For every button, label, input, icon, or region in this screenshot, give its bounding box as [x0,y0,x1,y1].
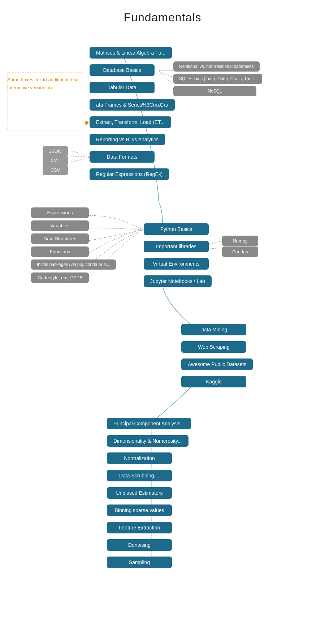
node-tabular-data[interactable]: Tabular Data [90,82,155,93]
node-regex[interactable]: Regular Expressions (RegEx) [90,168,169,180]
node-variables[interactable]: Variables [31,220,89,231]
node-denoising[interactable]: Denoising [107,539,172,551]
node-json[interactable]: JSON [43,146,68,156]
node-awesome-datasets[interactable]: Awesome Public Datasets [181,359,253,370]
node-virtual-env[interactable]: Virtual Environments [144,258,209,270]
node-install-packages[interactable]: Install packages (via pip, conda or si..… [31,259,116,270]
sidebar-note: Some boxes link to additional reso... In… [7,76,83,92]
node-data-mining[interactable]: Data Mining [181,324,246,335]
node-pandas[interactable]: Pandas [222,246,258,257]
node-codestyle[interactable]: Codestyle, e.g. PEP8 [31,272,89,283]
node-dataframes[interactable]: ata Frames & Series%3CmxGra [90,99,175,111]
page-title: Fundamentals [0,0,325,31]
node-unbiased[interactable]: Unbiased Estimators [107,487,172,499]
node-web-scraping[interactable]: Web Scraping [181,341,246,353]
node-python-basics[interactable]: Python Basics [144,223,209,235]
node-binning[interactable]: Binning sparse values [107,505,172,516]
node-sql-joins[interactable]: SQL + Joins (Inner, Outer, Cross, Thet..… [173,74,262,84]
node-normalization[interactable]: Normalization [107,452,172,464]
node-etl[interactable]: Extract, Transform, Load (ET... [90,116,171,128]
node-numpy[interactable]: Numpy [222,236,258,246]
node-kaggle[interactable]: Kaggle [181,376,246,387]
node-jupyter[interactable]: Jupyter Notebooks / Lab [144,275,212,287]
node-expressions[interactable]: Expressions [31,207,89,218]
node-sampling[interactable]: Sampling [107,557,172,568]
node-xml[interactable]: XML [43,155,68,166]
node-csv[interactable]: CSV [43,165,68,175]
node-dimensionality[interactable]: Dimensionality & Numerosity... [107,435,188,447]
node-data-structures[interactable]: Data Structures [31,233,89,244]
node-relational[interactable]: Relational vs. non-relational databases [173,61,260,72]
node-database-basics[interactable]: Database Basics [90,64,155,76]
svg-point-0 [85,121,88,125]
node-feature-extraction[interactable]: Feature Extraction [107,522,172,533]
node-important-libraries[interactable]: Important libraries [144,241,209,252]
node-pca[interactable]: Principal Component Analysis... [107,418,191,429]
node-data-formats[interactable]: Data Formats [90,151,155,163]
node-nosql[interactable]: NoSQL [173,86,256,96]
node-matrices[interactable]: Matrices & Linear Algebra Fu... [90,47,172,59]
node-functions[interactable]: Functions [31,246,89,257]
node-reporting[interactable]: Reporting vs BI vs Analytics [90,134,165,145]
node-data-scrubbing[interactable]: Data Scrubbing,... [107,470,172,481]
